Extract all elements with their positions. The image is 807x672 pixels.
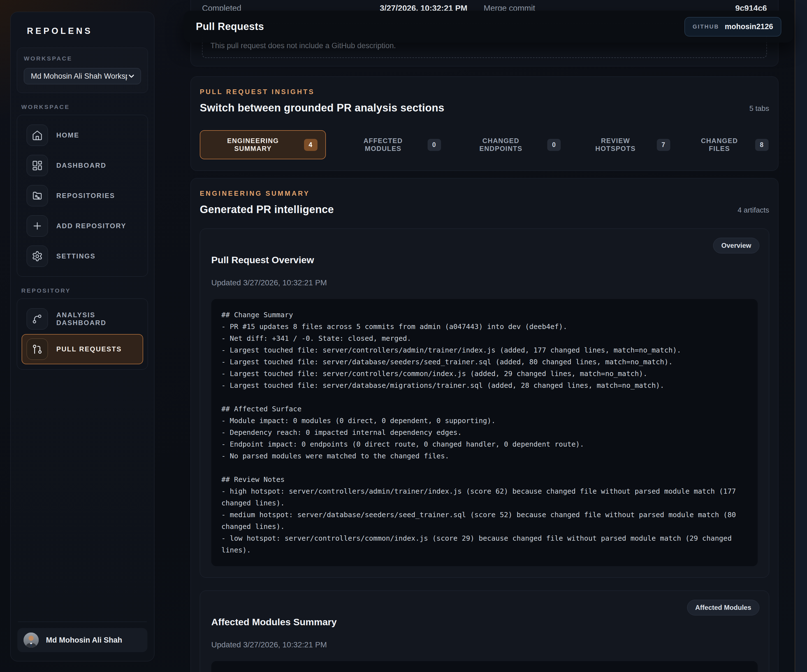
tab-affected-modules[interactable]: AFFECTED MODULES 0 xyxy=(344,136,442,153)
tab-label: AFFECTED MODULES xyxy=(345,137,422,152)
sidebar-item-analysis-dashboard[interactable]: ANALYSIS DASHBOARD xyxy=(22,304,143,334)
tab-count-badge: 0 xyxy=(547,139,561,151)
pull-request-icon xyxy=(27,339,48,360)
artifact-code-block: ## Module Impact Breakdown xyxy=(211,661,758,672)
artifact-updated: Updated 3/27/2026, 10:32:21 PM xyxy=(211,641,758,649)
affected-modules-chip: Affected Modules xyxy=(687,600,759,616)
tab-label: ENGINEERING SUMMARY xyxy=(208,137,298,152)
tab-engineering-summary[interactable]: ENGINEERING SUMMARY 4 xyxy=(200,130,326,159)
main-content: Pull Requests GITHUB mohosin2126 Complet… xyxy=(184,0,795,672)
gear-icon xyxy=(27,245,48,267)
app-root: REPOLENS WORKSPACE Md Mohosin Ali Shah W… xyxy=(0,0,795,672)
tab-changed-endpoints[interactable]: CHANGED ENDPOINTS 0 xyxy=(460,136,561,153)
tab-label: CHANGED FILES xyxy=(690,137,749,152)
sidebar-item-label: DASHBOARD xyxy=(56,162,106,169)
sidebar-item-label: ANALYSIS DASHBOARD xyxy=(56,311,138,327)
artifacts-count: 4 artifacts xyxy=(737,206,769,215)
sidebar-item-label: HOME xyxy=(56,131,79,139)
github-account-badge[interactable]: GITHUB mohosin2126 xyxy=(684,17,781,36)
sidebar-item-pull-requests[interactable]: PULL REQUESTS xyxy=(22,334,143,364)
artifact-code-block: ## Change Summary - PR #15 updates 8 fil… xyxy=(211,299,758,566)
plus-icon xyxy=(27,215,48,237)
pr-description-note: This pull request does not include a Git… xyxy=(211,41,396,50)
artifact-card-pull-request-overview: Overview Pull Request Overview Updated 3… xyxy=(200,228,769,578)
page-header: Pull Requests GITHUB mohosin2126 xyxy=(184,11,794,43)
sidebar-item-dashboard[interactable]: DASHBOARD xyxy=(22,151,143,180)
tab-count-badge: 0 xyxy=(428,139,441,151)
repositories-icon xyxy=(27,185,48,206)
sidebar-item-settings[interactable]: SETTINGS xyxy=(22,241,143,271)
workspace-selector-group: WORKSPACE Md Mohosin Ali Shah Workspace xyxy=(17,48,148,93)
tab-count-badge: 8 xyxy=(755,139,769,151)
artifact-card-affected-modules-summary: Affected Modules Affected Modules Summar… xyxy=(200,591,769,672)
git-branch-icon xyxy=(27,308,48,329)
workspace-label: WORKSPACE xyxy=(24,55,141,62)
home-icon xyxy=(27,124,48,146)
repository-nav: ANALYSIS DASHBOARD PULL REQUESTS xyxy=(17,298,148,369)
workspace-select-value: Md Mohosin Ali Shah Workspace xyxy=(31,72,127,81)
sidebar-item-label: ADD REPOSITORY xyxy=(56,222,126,230)
tab-label: REVIEW HOTSPOTS xyxy=(580,137,650,152)
sidebar-footer: Md Mohosin Ali Shah xyxy=(11,622,154,661)
sidebar-item-label: REPOSITORIES xyxy=(56,192,115,200)
content-column: Completed 3/27/2026, 10:32:21 PM Merge c… xyxy=(191,0,779,672)
insights-tabs: ENGINEERING SUMMARY 4 AFFECTED MODULES 0… xyxy=(200,130,769,159)
sidebar-item-label: SETTINGS xyxy=(56,252,96,260)
engineering-summary-section: ENGINEERING SUMMARY Generated PR intelli… xyxy=(191,178,779,672)
chevron-down-icon xyxy=(127,72,136,80)
overview-chip: Overview xyxy=(713,238,759,253)
avatar xyxy=(23,632,39,648)
repository-section-label: REPOSITORY xyxy=(21,287,154,294)
page-title: Pull Requests xyxy=(196,21,264,33)
summary-head-row: Generated PR intelligence 4 artifacts xyxy=(200,204,769,215)
tab-count-badge: 7 xyxy=(657,139,670,151)
brand-logo: REPOLENS xyxy=(27,26,154,36)
sidebar: REPOLENS WORKSPACE Md Mohosin Ali Shah W… xyxy=(10,12,154,661)
sidebar-item-label: PULL REQUESTS xyxy=(56,345,121,353)
workspace-nav: HOME DASHBOARD REPOSITORIES ADD REPOSITO… xyxy=(17,115,148,276)
artifact-updated: Updated 3/27/2026, 10:32:21 PM xyxy=(211,278,758,287)
tab-review-hotspots[interactable]: REVIEW HOTSPOTS 7 xyxy=(580,136,671,153)
workspace-section-label: WORKSPACE xyxy=(21,104,154,110)
artifact-title: Pull Request Overview xyxy=(211,255,758,265)
pr-insights-section: PULL REQUEST INSIGHTS Switch between gro… xyxy=(191,76,779,171)
insights-label: PULL REQUEST INSIGHTS xyxy=(200,88,769,96)
insights-heading: Switch between grounded PR analysis sect… xyxy=(200,102,444,114)
sidebar-item-add-repository[interactable]: ADD REPOSITORY xyxy=(22,211,143,241)
github-username: mohosin2126 xyxy=(725,22,773,31)
tab-count-badge: 4 xyxy=(304,139,317,151)
artifact-title: Affected Modules Summary xyxy=(211,617,758,627)
tabs-count: 5 tabs xyxy=(749,104,769,114)
sidebar-item-repositories[interactable]: REPOSITORIES xyxy=(22,180,143,211)
github-label: GITHUB xyxy=(692,23,719,30)
sidebar-item-home[interactable]: HOME xyxy=(22,120,143,151)
user-name: Md Mohosin Ali Shah xyxy=(46,636,122,645)
dashboard-icon xyxy=(27,155,48,176)
engineering-summary-label: ENGINEERING SUMMARY xyxy=(200,190,769,197)
user-profile[interactable]: Md Mohosin Ali Shah xyxy=(17,628,148,652)
tab-changed-files[interactable]: CHANGED FILES 8 xyxy=(689,136,769,153)
insights-head-row: Switch between grounded PR analysis sect… xyxy=(200,102,769,114)
tab-label: CHANGED ENDPOINTS xyxy=(461,137,541,152)
workspace-select[interactable]: Md Mohosin Ali Shah Workspace xyxy=(24,68,141,84)
summary-heading: Generated PR intelligence xyxy=(200,204,334,215)
